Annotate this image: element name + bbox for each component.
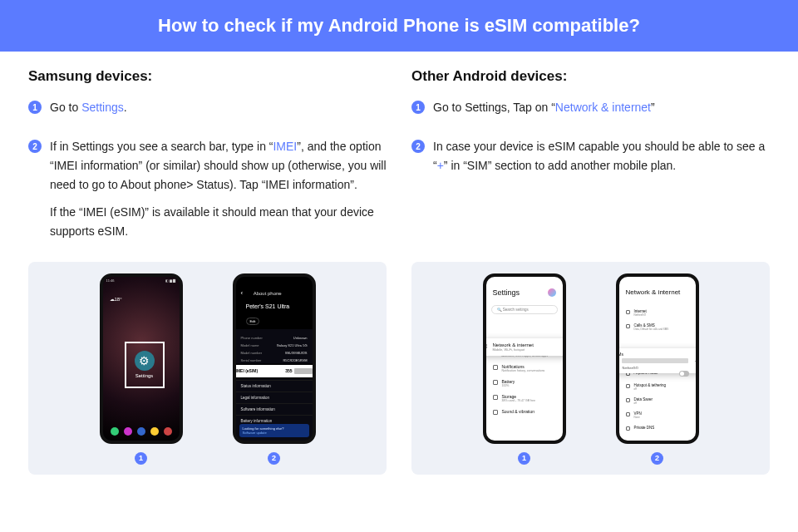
status-time: 11:46 — [106, 278, 115, 283]
list-item: Storage38% used - 79.47 GB free — [486, 391, 563, 406]
other-step-1: 1 Go to Settings, Tap on “Network & inte… — [411, 98, 770, 126]
samsung-column: Samsung devices: 1 Go to Settings. 2 If … — [28, 68, 387, 262]
list-item: Data Saveroff — [619, 394, 696, 408]
step-badge: 1 — [28, 101, 42, 114]
step-badge: 1 — [411, 101, 425, 114]
network-internet-callout: ⋐ Network & internet Mobile, Wi-Fi, hots… — [483, 338, 566, 356]
item-desc: Notification history, conversations — [502, 369, 545, 372]
step-badge: 2 — [28, 140, 42, 153]
info-row: Model numberSM-G998U/DS — [236, 349, 313, 357]
about-items: Status information Legal information Sof… — [236, 380, 313, 426]
info-key: Model number — [241, 351, 263, 355]
gear-icon: ⚙ — [135, 351, 155, 371]
masked-value — [294, 368, 313, 374]
toggle-icon — [679, 371, 689, 377]
text: . — [124, 101, 127, 114]
about-item: Legal information — [236, 392, 313, 403]
settings-title: Settings — [493, 288, 556, 297]
info-row: Serial numberR5CR20E5RVM — [236, 357, 313, 364]
callout-desc: Mobile, Wi-Fi, hotspot — [493, 347, 534, 352]
sim-icon — [616, 358, 618, 363]
list-item: NotificationsNotification history, conve… — [486, 361, 563, 376]
settings-link[interactable]: Settings — [81, 101, 124, 114]
item-icon — [493, 380, 498, 385]
item-title: Hotspot & tethering — [634, 383, 667, 387]
item-icon — [626, 384, 630, 388]
wifi-icon: ⋐ — [483, 343, 488, 350]
item-icon — [626, 310, 630, 314]
list-item: InternetNetfreeGO — [619, 306, 696, 320]
dock-icon — [111, 427, 119, 436]
item-desc: NetfreeGO — [634, 313, 647, 317]
info-value: Galaxy S21 Ultra 5G — [277, 343, 308, 347]
instruction-columns: Samsung devices: 1 Go to Settings. 2 If … — [0, 52, 798, 262]
item-desc: None — [634, 416, 642, 419]
phone-mock: Network & internet InternetNetfreeGO Cal… — [616, 273, 699, 444]
item-title: VPN — [634, 411, 642, 416]
shot-number-badge: 2 — [268, 452, 280, 465]
text: Go to Settings, Tap on “ — [433, 101, 555, 114]
list-item: Private DNS — [619, 422, 696, 434]
item-icon — [626, 324, 630, 328]
step-body: Go to Settings, Tap on “Network & intern… — [433, 98, 655, 126]
dock — [108, 427, 175, 436]
step-badge: 2 — [411, 140, 425, 153]
settings-app-highlight: ⚙ Settings — [125, 342, 165, 388]
step-body: If in Settings you see a search bar, typ… — [50, 137, 387, 249]
network-internet-link[interactable]: Network & internet — [555, 101, 651, 114]
network-list-bottom: Airplane mode Hotspot & tetheringoff Dat… — [619, 367, 696, 434]
device-info-list: Phone numberUnknown Model nameGalaxy S21… — [236, 334, 313, 364]
other-shot-2: Network & internet InternetNetfreeGO Cal… — [616, 273, 699, 465]
info-row: Model nameGalaxy S21 Ultra 5G — [236, 342, 313, 349]
item-title: Private DNS — [634, 426, 655, 430]
item-desc: off — [634, 387, 667, 391]
software-update-link: Software update — [243, 431, 306, 435]
item-icon — [626, 412, 630, 416]
callout-title: Network & internet — [493, 342, 534, 347]
back-icon: ‹ — [241, 289, 244, 297]
samsung-shot-2: ‹ About phone Peter's S21 Ultra Edit Pho… — [233, 273, 316, 465]
item-desc: 100% — [502, 384, 515, 387]
sims-row: + — [616, 358, 699, 364]
text: ” — [651, 101, 655, 114]
dock-icon — [150, 427, 159, 436]
item-icon — [626, 398, 630, 402]
plus-link[interactable]: + — [437, 159, 444, 172]
settings-label: Settings — [135, 373, 154, 378]
list-item: Battery100% — [486, 376, 563, 391]
item-title: Battery — [502, 379, 515, 384]
network-title: Network & internet — [626, 288, 689, 296]
text: If in Settings you see a search bar, typ… — [50, 140, 273, 153]
list-item: Hotspot & tetheringoff — [619, 380, 696, 394]
item-icon — [493, 395, 498, 400]
text: ” in “SIM” section to add another mobile… — [444, 159, 676, 172]
info-value: Unknown — [293, 336, 308, 340]
phone-mock: Settings 🔍 Search settings ⋐ Network & i… — [483, 273, 566, 444]
list-item: Calls & SMSData, Default for calls and S… — [619, 320, 696, 334]
imei-esim-callout: IMEI (eSIM) 355 — [233, 365, 316, 377]
item-desc: off — [634, 401, 653, 405]
list-item: Sound & vibration — [486, 406, 563, 418]
device-name: Peter's S21 Ultra — [246, 303, 308, 309]
item-title: Internet — [634, 309, 647, 313]
item-desc: Data, Default for calls and SMS — [634, 328, 669, 331]
weather-widget: ☁18° — [110, 297, 122, 303]
info-key: Serial number — [241, 358, 262, 362]
step-body: Go to Settings. — [50, 98, 127, 126]
text: If the “IMEI (eSIM)” is available it sho… — [50, 203, 387, 241]
item-title: Data Saver — [634, 397, 653, 401]
dock-icon — [124, 427, 132, 436]
screenshots-row: 11:46 ◧ ▆ ▇ ☁18° ⚙ Settings 1 — [0, 262, 798, 491]
dock-icon — [164, 427, 172, 436]
search-placeholder: Search settings — [503, 308, 529, 312]
looking-card: Looking for something else? Software upd… — [239, 424, 309, 437]
info-key: Model name — [241, 343, 259, 347]
item-title: Sound & vibration — [502, 409, 534, 414]
imei-link[interactable]: IMEI — [273, 140, 297, 153]
about-phone-header: ‹ About phone Peter's S21 Ultra Edit — [236, 277, 313, 329]
samsung-heading: Samsung devices: — [28, 68, 387, 85]
other-screenshots: Settings 🔍 Search settings ⋐ Network & i… — [411, 262, 770, 475]
sims-header: SIMs — [616, 352, 699, 357]
network-header: Network & internet — [619, 277, 696, 299]
phone-mock: ‹ About phone Peter's S21 Ultra Edit Pho… — [233, 273, 316, 444]
